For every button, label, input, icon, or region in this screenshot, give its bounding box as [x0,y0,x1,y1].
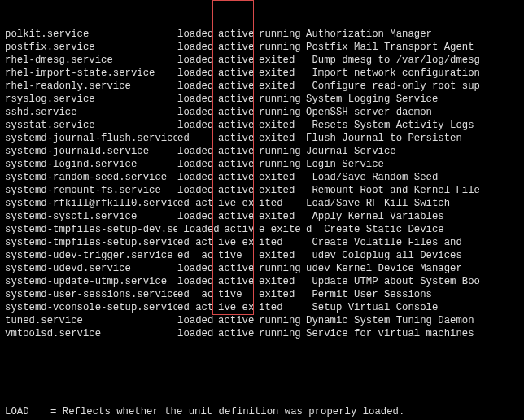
col-unit: sysstat.service [5,119,177,132]
col-sub: running [259,93,306,106]
col-sub: ited [259,236,306,249]
col-description: Dump dmesg to /var/log/dmesg [306,54,519,67]
col-unit: systemd-rfkill@rfkill0.service load [5,197,177,210]
col-load: loaded [177,67,218,80]
col-active: ive ex [218,301,259,314]
col-active: activ [218,223,259,236]
col-sub: exited [259,171,306,184]
legend-load: LOAD= Reflects whether the unit definiti… [5,405,519,418]
col-active: ive ex [218,236,259,249]
col-sub: exited [259,288,306,301]
col-active: active [218,184,259,197]
col-load: ed act [177,301,218,314]
col-unit: systemd-user-sessions.service load [5,288,177,301]
col-active: active [218,171,259,184]
col-sub: exited [259,80,306,93]
col-unit: systemd-udev-trigger.service load [5,249,177,262]
service-row: postfix.serviceloadedactiverunningPostfi… [5,41,519,54]
col-sub: running [259,262,306,275]
col-load: loaded [177,262,218,275]
col-active: active [218,262,259,275]
service-row: rhel-import-state.serviceloadedactiveexi… [5,67,519,80]
col-description: Load/Save Random Seed [306,171,519,184]
col-description: Journal Service [306,145,519,158]
service-row: systemd-remount-fs.serviceloadedactiveex… [5,184,519,197]
col-description: Remount Root and Kernel File [306,184,519,197]
col-unit: tuned.service [5,314,177,327]
col-unit: rsyslog.service [5,93,177,106]
col-description: Configure read-only root sup [306,80,519,93]
col-active: ive ex [218,197,259,210]
col-active: active [218,41,259,54]
col-active: active [218,106,259,119]
col-load: loaded [177,80,218,93]
service-row: rsyslog.serviceloadedactiverunningSystem… [5,93,519,106]
service-row: vmtoolsd.serviceloadedactiverunningServi… [5,327,519,340]
col-sub: running [259,327,306,340]
service-row: systemd-random-seed.serviceloadedactivee… [5,171,519,184]
col-load: ed act [177,236,218,249]
col-description: Dynamic System Tuning Daemon [306,314,519,327]
col-sub: exited [259,210,306,223]
service-row: systemd-journald.serviceloadedactiverunn… [5,145,519,158]
service-row: systemd-udevd.serviceloadedactiverunning… [5,262,519,275]
col-active: active [218,28,259,41]
col-description: udev Kernel Device Manager [306,262,519,275]
col-sub: running [259,314,306,327]
col-description: Setup Virtual Console [306,301,519,314]
col-load: loaded [177,119,218,132]
col-load: loaded [177,314,218,327]
col-active: active [218,132,259,145]
col-sub: exited [259,275,306,288]
col-unit: rhel-import-state.service [5,67,177,80]
col-load: ed ac [177,249,218,262]
service-row: systemd-journal-flush.service loadedacti… [5,132,519,145]
col-unit: sshd.service [5,106,177,119]
col-load: loaded [177,93,218,106]
col-load: loaded [177,171,218,184]
col-description: Apply Kernel Variables [306,210,519,223]
col-active: active [218,275,259,288]
col-unit: systemd-tmpfiles-setup.service load [5,236,177,249]
col-unit: rhel-readonly.service [5,80,177,93]
col-description: Flush Journal to Persisten [306,132,519,145]
col-load: loaded [177,28,218,41]
col-unit: systemd-random-seed.service [5,171,177,184]
col-load: loaded [177,54,218,67]
service-row: systemd-vconsole-setup.service loaded ac… [5,301,519,314]
col-load: ed [177,132,218,145]
col-description: Update UTMP about System Boo [306,275,519,288]
col-load: ed ac [177,288,218,301]
col-description: Postfix Mail Transport Agent [306,41,519,54]
col-description: Service for virtual machines [306,327,519,340]
col-load: loaded [177,158,218,171]
col-sub: ited [259,301,306,314]
col-active: active [218,327,259,340]
col-description: udev Coldplug all Devices [306,249,519,262]
col-load: loaded [177,41,218,54]
col-sub: exited [259,54,306,67]
col-load: loaded [177,275,218,288]
col-unit: systemd-logind.service [5,158,177,171]
col-sub: exited [259,249,306,262]
col-load: loaded [177,106,218,119]
col-load: loaded [177,145,218,158]
col-sub: running [259,41,306,54]
col-active: tive [218,288,259,301]
col-active: active [218,210,259,223]
col-sub: exited [259,132,306,145]
col-unit: systemd-journald.service [5,145,177,158]
col-description: Import network configuration [306,67,519,80]
col-load: loaded [177,184,218,197]
service-row: systemd-tmpfiles-setup.service loaded ac… [5,236,519,249]
service-row: rhel-dmesg.serviceloadedactiveexited Dum… [5,54,519,67]
col-unit: systemd-udevd.service [5,262,177,275]
service-row: systemd-user-sessions.service loaded act… [5,288,519,301]
col-active: active [218,145,259,158]
col-sub: ited [259,197,306,210]
service-row: systemd-sysctl.serviceloadedactiveexited… [5,210,519,223]
col-load: loaded [177,223,218,236]
col-unit: vmtoolsd.service [5,327,177,340]
col-active: active [218,158,259,171]
terminal-output: polkit.serviceloadedactiverunningAuthori… [0,0,524,420]
